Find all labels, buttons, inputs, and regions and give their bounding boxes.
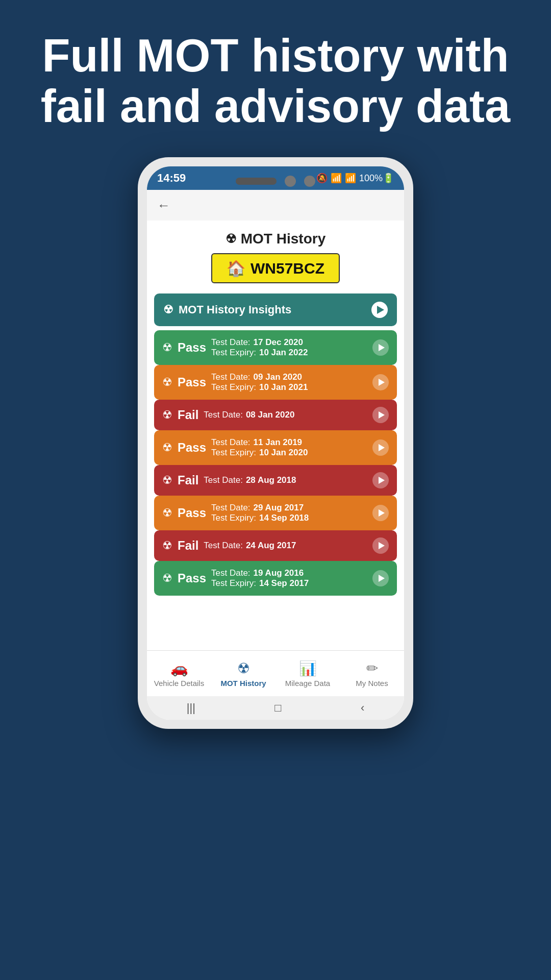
test-date-line: Test Date: 08 Jan 2020	[204, 410, 294, 420]
mot-header: ☢ MOT History 🏠 WN57BCZ	[147, 220, 404, 288]
mot-row-icon: ☢	[162, 506, 172, 520]
mot-row-play-button[interactable]	[372, 407, 389, 423]
mot-row-play-button[interactable]	[372, 505, 389, 521]
speaker	[236, 178, 277, 185]
expiry-value: 14 Sep 2018	[259, 513, 309, 523]
mot-result-label: Pass	[178, 340, 206, 355]
plate-icon: 🏠	[227, 259, 245, 277]
mot-row-play-button[interactable]	[372, 570, 389, 586]
expiry-value: 10 Jan 2020	[259, 448, 308, 458]
mot-row[interactable]: ☢ Pass Test Date: 29 Aug 2017 Test Expir…	[154, 496, 397, 530]
wifi-icon: 📶	[331, 173, 342, 184]
plate-text: WN57BCZ	[251, 260, 324, 277]
expiry-label: Test Expiry:	[211, 448, 256, 458]
nav-icon: 🚗	[170, 660, 188, 677]
nav-item-my-notes[interactable]: ✏ My Notes	[340, 651, 404, 696]
mot-title-text: MOT History	[241, 231, 325, 247]
mot-row-play-button[interactable]	[372, 472, 389, 488]
test-date-label: Test Date:	[211, 437, 251, 448]
phone-frame: 14:59 🔕 📶 📶 100%🔋 ← ☢ MOT	[0, 152, 551, 729]
mot-row[interactable]: ☢ Pass Test Date: 17 Dec 2020 Test Expir…	[154, 330, 397, 365]
mot-row[interactable]: ☢ Pass Test Date: 11 Jan 2019 Test Expir…	[154, 430, 397, 465]
mot-row-icon: ☢	[162, 539, 172, 552]
test-date-value: 28 Aug 2018	[246, 475, 296, 485]
phone-system-nav: ||| □ ‹	[147, 696, 404, 720]
test-date-label: Test Date:	[211, 568, 251, 578]
nav-label: My Notes	[356, 679, 388, 688]
plate-badge: 🏠 WN57BCZ	[211, 253, 340, 283]
mot-dates: Test Date: 19 Aug 2016 Test Expiry: 14 S…	[211, 568, 309, 589]
mot-page-title: ☢ MOT History	[152, 231, 399, 247]
camera-lens-1	[285, 176, 296, 187]
mot-row-play-icon	[379, 411, 385, 419]
mot-row-left: ☢ Pass Test Date: 29 Aug 2017 Test Expir…	[162, 503, 309, 523]
test-date-line: Test Date: 29 Aug 2017	[211, 503, 309, 513]
test-date-line: Test Date: 17 Dec 2020	[211, 337, 308, 348]
nav-label: Vehicle Details	[154, 679, 204, 688]
mot-row-left: ☢ Pass Test Date: 17 Dec 2020 Test Expir…	[162, 337, 308, 358]
test-date-value: 17 Dec 2020	[254, 337, 303, 348]
insights-icon: ☢	[163, 303, 173, 316]
test-date-line: Test Date: 11 Jan 2019	[211, 437, 308, 448]
phone-top-hardware	[236, 176, 315, 187]
nav-icon: 📊	[299, 660, 317, 677]
test-date-value: 08 Jan 2020	[246, 410, 294, 420]
mute-icon: 🔕	[316, 173, 328, 184]
test-date-line: Test Date: 24 Aug 2017	[204, 541, 296, 551]
system-home-button[interactable]: □	[274, 701, 281, 715]
mot-result-label: Pass	[178, 440, 206, 455]
expiry-value: 10 Jan 2022	[259, 348, 308, 358]
mot-entries: ☢ Pass Test Date: 17 Dec 2020 Test Expir…	[154, 330, 397, 596]
insights-play-button[interactable]	[371, 302, 388, 318]
phone-screen: 14:59 🔕 📶 📶 100%🔋 ← ☢ MOT	[147, 166, 404, 720]
system-forward-button[interactable]: ‹	[361, 701, 364, 715]
mot-row-left: ☢ Pass Test Date: 11 Jan 2019 Test Expir…	[162, 437, 308, 458]
nav-item-mot-history[interactable]: ☢ MOT History	[211, 651, 276, 696]
mot-row-play-button[interactable]	[372, 537, 389, 554]
expiry-label: Test Expiry:	[211, 578, 256, 589]
mot-row[interactable]: ☢ Pass Test Date: 09 Jan 2020 Test Expir…	[154, 365, 397, 400]
page-header: Full MOT history with fail and advisory …	[0, 0, 551, 152]
mot-row-play-button[interactable]	[372, 374, 389, 390]
test-date-label: Test Date:	[204, 541, 243, 551]
nav-item-mileage-data[interactable]: 📊 Mileage Data	[276, 651, 340, 696]
mot-row-icon: ☢	[162, 408, 172, 422]
test-date-line: Test Date: 19 Aug 2016	[211, 568, 309, 578]
nav-item-vehicle-details[interactable]: 🚗 Vehicle Details	[147, 651, 211, 696]
insights-play-icon	[377, 306, 384, 314]
mot-row-play-icon	[379, 542, 385, 549]
mot-row-play-button[interactable]	[372, 339, 389, 356]
mot-row-icon: ☢	[162, 341, 172, 354]
test-date-label: Test Date:	[211, 337, 251, 348]
mot-result-label: Fail	[178, 538, 198, 553]
mot-row[interactable]: ☢ Fail Test Date: 28 Aug 2018	[154, 465, 397, 496]
test-date-value: 24 Aug 2017	[246, 541, 296, 551]
mot-result-label: Pass	[178, 375, 206, 389]
back-button[interactable]: ←	[157, 198, 170, 213]
mot-row-play-button[interactable]	[372, 439, 389, 456]
expiry-label: Test Expiry:	[211, 382, 256, 393]
expiry-value: 10 Jan 2021	[259, 382, 308, 393]
mot-row-icon: ☢	[162, 376, 172, 389]
mot-row[interactable]: ☢ Fail Test Date: 08 Jan 2020	[154, 400, 397, 430]
mot-row[interactable]: ☢ Pass Test Date: 19 Aug 2016 Test Expir…	[154, 561, 397, 596]
mot-dates: Test Date: 24 Aug 2017	[204, 541, 296, 551]
nav-label: MOT History	[220, 679, 266, 688]
insights-row[interactable]: ☢ MOT History Insights	[154, 293, 397, 326]
expiry-label: Test Expiry:	[211, 513, 256, 523]
test-date-label: Test Date:	[211, 372, 251, 382]
test-date-value: 19 Aug 2016	[254, 568, 304, 578]
mot-dates: Test Date: 17 Dec 2020 Test Expiry: 10 J…	[211, 337, 308, 358]
mot-row[interactable]: ☢ Fail Test Date: 24 Aug 2017	[154, 530, 397, 561]
system-back-button[interactable]: |||	[187, 701, 195, 715]
battery-icon: 100%🔋	[359, 173, 394, 184]
status-icons: 🔕 📶 📶 100%🔋	[316, 173, 394, 184]
test-date-value: 11 Jan 2019	[254, 437, 302, 448]
expiry-date-line: Test Expiry: 10 Jan 2022	[211, 348, 308, 358]
nav-icon: ☢	[237, 660, 250, 677]
mot-result-label: Pass	[178, 506, 206, 520]
mot-row-icon: ☢	[162, 474, 172, 487]
mot-row-left: ☢ Fail Test Date: 24 Aug 2017	[162, 538, 296, 553]
mot-dates: Test Date: 29 Aug 2017 Test Expiry: 14 S…	[211, 503, 309, 523]
mot-dates: Test Date: 09 Jan 2020 Test Expiry: 10 J…	[211, 372, 308, 393]
